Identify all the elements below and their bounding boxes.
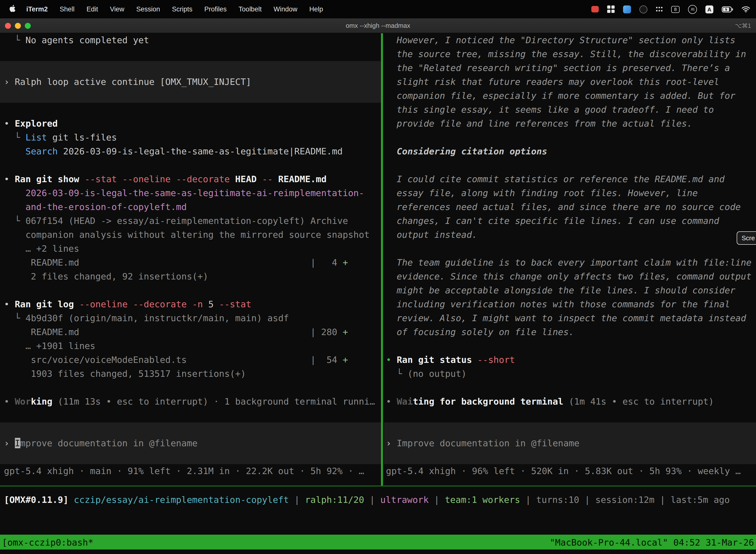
terminal-line: and-the-erosion-of-copyleft.md: [0, 200, 381, 214]
prompt-input[interactable]: › Improve documentation in @filename: [384, 436, 756, 450]
terminal-text: --short: [478, 354, 515, 365]
menu-profiles[interactable]: Profiles: [198, 5, 233, 13]
terminal-text: (11m 13s • esc to interrupt) · 1 backgro…: [52, 396, 375, 406]
terminal-line: • Working (11m 13s • esc to interrupt) ·…: [0, 395, 381, 408]
terminal-text: └: [4, 35, 25, 45]
close-window-button[interactable]: [5, 23, 11, 29]
terminal-text: [31, 299, 36, 309]
omx-branch: cczip/essay/ai-reimplementation-copyleft: [74, 494, 289, 505]
terminal-text: [273, 174, 278, 184]
terminal-text: Ran: [15, 174, 31, 184]
terminal-text: 2026-03-09-is-legal-the-same-as-legitima…: [58, 146, 343, 156]
menu-view[interactable]: View: [104, 5, 130, 13]
window-grid-icon[interactable]: [607, 5, 615, 13]
terminal-line: might be acceptable alongside the file l…: [384, 283, 756, 297]
terminal-text: --stat --oneline --decorate: [84, 174, 230, 184]
terminal-line: changes, I can't cite specific file line…: [384, 214, 756, 228]
window-title-bar[interactable]: omx --xhigh --madmax ⌥⌘1: [0, 18, 756, 33]
terminal-text: [472, 354, 478, 365]
tmux-status-bar: [omx-cczip0:bash* "MacBook-Pro-44.local"…: [0, 535, 756, 550]
tmux-pane-left[interactable]: └ No agents completed yet› Ralph loop ac…: [0, 33, 381, 478]
terminal-line: essay file, along with finding root file…: [384, 186, 756, 200]
terminal-line: [384, 339, 756, 353]
terminal-text: --stat: [219, 299, 251, 309]
window-shortcut-badge: ⌥⌘1: [735, 22, 751, 29]
dots-grid-icon[interactable]: [656, 6, 663, 12]
menu-toolbelt[interactable]: Toolbelt: [233, 5, 268, 13]
terminal-line: [0, 408, 381, 423]
terminal-text: --: [262, 174, 273, 184]
terminal-text: gpt-5.4 xhigh · main · 91% left · 2.31M …: [4, 466, 364, 476]
prompt-input[interactable]: › Improve documentation in @filename: [0, 436, 381, 450]
dark-app-icon[interactable]: [639, 5, 647, 13]
terminal-line: provide file and line references from th…: [384, 117, 756, 130]
terminal-line: [0, 283, 381, 297]
terminal-text: git log: [36, 299, 74, 309]
terminal-text: Ran: [397, 354, 413, 365]
blue-app-icon[interactable]: [623, 5, 631, 13]
terminal-line: the "Related research writing" section i…: [384, 61, 756, 75]
terminal-line: └ (no output): [384, 367, 756, 381]
terminal-line: └ 067f154 (HEAD -> essay/ai-reimplementa…: [0, 214, 381, 228]
terminal-text: and-the-erosion-of-copyleft.md: [4, 202, 187, 212]
menu-edit[interactable]: Edit: [81, 5, 104, 13]
input-source-icon[interactable]: A: [705, 5, 713, 13]
tmux-pane-right[interactable]: However, I noticed the "Directory Struct…: [384, 33, 756, 478]
terminal-text: •: [4, 174, 15, 184]
menu-scripts[interactable]: Scripts: [166, 5, 198, 13]
terminal-text: README.md | 4: [4, 257, 342, 268]
terminal-text: [386, 146, 397, 156]
screen-edge-overlay-button[interactable]: Scre: [737, 231, 756, 245]
terminal-text: ›: [4, 76, 15, 87]
terminal-line: [0, 89, 381, 103]
terminal-text: output instead.: [386, 229, 477, 240]
terminal-line: [0, 103, 381, 117]
terminal-text: README.md: [655, 174, 703, 184]
screen-recording-indicator-icon[interactable]: [591, 6, 599, 12]
menu-shell[interactable]: Shell: [54, 5, 81, 13]
terminal-area: └ No agents completed yet› Ralph loop ac…: [0, 33, 756, 554]
menu-iterm2[interactable]: iTerm2: [20, 5, 54, 13]
terminal-text: king: [31, 396, 52, 406]
terminal-text: README.md | 280: [4, 327, 342, 337]
terminal-text: … +2 lines: [4, 243, 79, 254]
menu-window[interactable]: Window: [268, 5, 303, 13]
menu-bar-status-items: 8 .61 A: [591, 5, 750, 14]
terminal-text: src/voice/voiceModeEnabled.ts | 54: [4, 354, 342, 365]
menu-help[interactable]: Help: [303, 5, 329, 13]
terminal-text: |: [429, 494, 445, 505]
battery-gauge-icon[interactable]: .61: [688, 5, 697, 14]
terminal-text: provide file and line references from th…: [386, 118, 692, 128]
omx-version: [OMX#0.11.9]: [4, 494, 74, 505]
terminal-line: 2 files changed, 92 insertions(+): [0, 270, 381, 283]
terminal-text: └: [4, 132, 25, 143]
model-status-line: gpt-5.4 xhigh · 96% left · 520K in · 5.8…: [384, 464, 756, 478]
keypad-icon[interactable]: 8: [671, 6, 680, 13]
tmux-pane-divider[interactable]: [381, 33, 383, 486]
terminal-text: companion analysis without altering the …: [4, 229, 370, 240]
menu-session[interactable]: Session: [130, 5, 166, 13]
terminal-line: including verification notes with those …: [384, 297, 756, 311]
terminal-line: [384, 158, 756, 172]
zoom-window-button[interactable]: [25, 23, 31, 29]
terminal-line: • Ran git show --stat --oneline --decora…: [0, 172, 381, 186]
terminal-line: [384, 450, 756, 464]
terminal-line: this single essay, it seems like a good …: [384, 103, 756, 117]
terminal-text: •: [386, 396, 397, 406]
terminal-text: No agents completed yet: [25, 35, 149, 45]
terminal-line: evidence. Since this change only affects…: [384, 270, 756, 283]
terminal-text: |: [654, 494, 671, 505]
terminal-line: companion analysis without altering the …: [0, 228, 381, 242]
terminal-text: 067f154 (HEAD -> essay/ai-reimplementati…: [25, 215, 348, 226]
apple-menu[interactable]: [9, 4, 16, 14]
terminal-text: might be acceptable alongside the file l…: [386, 285, 736, 295]
wifi-icon[interactable]: [742, 6, 750, 12]
battery-icon[interactable]: [722, 6, 733, 12]
terminal-text: essay file, along with finding root file…: [386, 188, 698, 198]
minimize-window-button[interactable]: [15, 23, 21, 29]
terminal-line: └ 4b9d30f (origin/main, instructkr/main,…: [0, 311, 381, 325]
terminal-line: [0, 381, 381, 395]
terminal-text: references need actual files, and since …: [386, 202, 741, 212]
terminal-line: └ List git ls-files: [0, 130, 381, 145]
terminal-text: •: [4, 396, 15, 406]
